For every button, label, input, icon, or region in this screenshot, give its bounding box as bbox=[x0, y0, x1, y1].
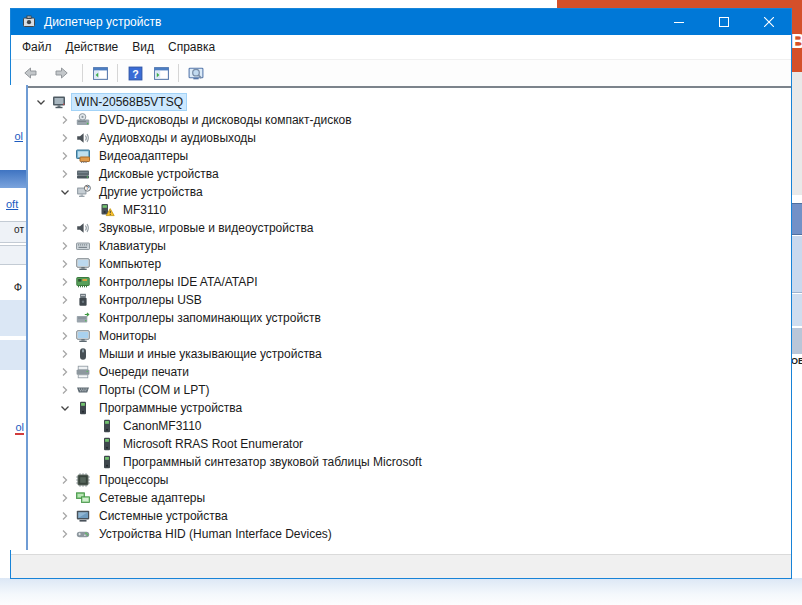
close-button[interactable] bbox=[746, 9, 791, 35]
chevron-expanded-icon[interactable] bbox=[57, 400, 73, 416]
device-manager-window: Диспетчер устройств Файл Действие Вид Сп… bbox=[10, 8, 792, 579]
processor-icon bbox=[75, 472, 91, 488]
tree-item[interactable]: Порты (COM и LPT) bbox=[11, 381, 791, 399]
tree-item-label: Процессоры bbox=[96, 472, 172, 488]
chevron-collapsed-icon[interactable] bbox=[57, 238, 73, 254]
device-tree-panel: WIN-20568B5VTSQDVD-дисководы и дисководы… bbox=[11, 86, 791, 554]
chevron-collapsed-icon[interactable] bbox=[57, 508, 73, 524]
chevron-collapsed-icon[interactable] bbox=[57, 364, 73, 380]
scan-hardware-changes-icon[interactable] bbox=[184, 62, 208, 84]
tree-item-label: Аудиовходы и аудиовыходы bbox=[96, 130, 259, 146]
warning-device-icon bbox=[99, 202, 115, 218]
tree-item-label: Дисковые устройства bbox=[96, 166, 222, 182]
maximize-button[interactable] bbox=[701, 9, 746, 35]
tree-item[interactable]: Контроллеры USB bbox=[11, 291, 791, 309]
audio-icon bbox=[75, 130, 91, 146]
tree-item[interactable]: Дисковые устройства bbox=[11, 165, 791, 183]
forward-icon[interactable] bbox=[47, 62, 77, 84]
tree-item[interactable]: Системные устройства bbox=[11, 507, 791, 525]
chevron-collapsed-icon[interactable] bbox=[57, 310, 73, 326]
menu-file[interactable]: Файл bbox=[15, 37, 59, 57]
tree-item-label: CanonMF3110 bbox=[120, 418, 205, 434]
status-bar bbox=[11, 554, 791, 578]
ports-icon bbox=[75, 382, 91, 398]
tree-item-label: Контроллеры USB bbox=[96, 292, 205, 308]
minimize-button[interactable] bbox=[656, 9, 701, 35]
tree-item[interactable]: Программный синтезатор звуковой таблицы … bbox=[11, 453, 791, 471]
tree-item[interactable]: Устройства HID (Human Interface Devices) bbox=[11, 525, 791, 543]
no-chevron bbox=[81, 454, 97, 470]
software-device-icon bbox=[99, 454, 115, 470]
menu-view[interactable]: Вид bbox=[125, 37, 161, 57]
menu-help[interactable]: Справка bbox=[161, 37, 222, 57]
keyboard-icon bbox=[75, 238, 91, 254]
back-icon[interactable] bbox=[15, 62, 45, 84]
computer-monitor-icon bbox=[75, 256, 91, 272]
tree-item[interactable]: Аудиовходы и аудиовыходы bbox=[11, 129, 791, 147]
tree-item-label: Программный синтезатор звуковой таблицы … bbox=[120, 454, 425, 470]
tree-item[interactable]: Сетевые адаптеры bbox=[11, 489, 791, 507]
tree-item[interactable]: ?Другие устройства bbox=[11, 183, 791, 201]
background-block bbox=[0, 170, 26, 188]
monitor-icon bbox=[75, 328, 91, 344]
chevron-collapsed-icon[interactable] bbox=[57, 292, 73, 308]
tree-item[interactable]: MF3110 bbox=[11, 201, 791, 219]
tree-item[interactable]: DVD-дисководы и дисководы компакт-дисков bbox=[11, 111, 791, 129]
tree-item-label: Компьютер bbox=[96, 256, 164, 272]
tree-item-label: Сетевые адаптеры bbox=[96, 490, 208, 506]
tree-item[interactable]: Контроллеры запоминающих устройств bbox=[11, 309, 791, 327]
chevron-collapsed-icon[interactable] bbox=[57, 130, 73, 146]
tree-item[interactable]: Мониторы bbox=[11, 327, 791, 345]
software-device-icon bbox=[75, 400, 91, 416]
unknown-device-icon: ? bbox=[75, 184, 91, 200]
tree-item[interactable]: Программные устройства bbox=[11, 399, 791, 417]
printer-icon bbox=[75, 364, 91, 380]
chevron-collapsed-icon[interactable] bbox=[57, 148, 73, 164]
chevron-collapsed-icon[interactable] bbox=[57, 526, 73, 542]
tree-item-label: Программные устройства bbox=[96, 400, 245, 416]
tree-item[interactable]: CanonMF3110 bbox=[11, 417, 791, 435]
chevron-collapsed-icon[interactable] bbox=[57, 220, 73, 236]
tree-item[interactable]: WIN-20568B5VTSQ bbox=[11, 93, 791, 111]
background-app-fragment-right-top: B bbox=[791, 0, 802, 72]
background-link-fragment: ol bbox=[14, 130, 23, 142]
tree-item[interactable]: Звуковые, игровые и видеоустройства bbox=[11, 219, 791, 237]
tree-item[interactable]: Видеоадаптеры bbox=[11, 147, 791, 165]
tree-item[interactable]: Мыши и иные указывающие устройства bbox=[11, 345, 791, 363]
device-tree: WIN-20568B5VTSQDVD-дисководы и дисководы… bbox=[11, 93, 791, 543]
title-bar[interactable]: Диспетчер устройств bbox=[11, 9, 791, 35]
background-text-fragment: ОВ bbox=[791, 356, 802, 366]
show-action-pane-icon[interactable] bbox=[149, 62, 173, 84]
chevron-collapsed-icon[interactable] bbox=[57, 346, 73, 362]
tree-item[interactable]: Процессоры bbox=[11, 471, 791, 489]
chevron-expanded-icon[interactable] bbox=[33, 94, 49, 110]
chevron-expanded-icon[interactable] bbox=[57, 184, 73, 200]
chevron-collapsed-icon[interactable] bbox=[57, 166, 73, 182]
tree-item[interactable]: Контроллеры IDE ATA/ATAPI bbox=[11, 273, 791, 291]
help-icon[interactable]: ? bbox=[123, 62, 147, 84]
tree-item[interactable]: Компьютер bbox=[11, 255, 791, 273]
menu-action[interactable]: Действие bbox=[59, 37, 126, 57]
tree-item-label: Видеоадаптеры bbox=[96, 148, 191, 164]
no-chevron bbox=[81, 418, 97, 434]
toolbar-separator bbox=[82, 64, 83, 82]
chevron-collapsed-icon[interactable] bbox=[57, 112, 73, 128]
background-text-fragment: Ф bbox=[14, 281, 22, 293]
chevron-collapsed-icon[interactable] bbox=[57, 490, 73, 506]
window-title: Диспетчер устройств bbox=[44, 15, 656, 29]
tree-item[interactable]: Очереди печати bbox=[11, 363, 791, 381]
chevron-collapsed-icon[interactable] bbox=[57, 328, 73, 344]
chevron-collapsed-icon[interactable] bbox=[57, 472, 73, 488]
tree-item-label: DVD-дисководы и дисководы компакт-дисков bbox=[96, 112, 355, 128]
chevron-collapsed-icon[interactable] bbox=[57, 256, 73, 272]
chevron-collapsed-icon[interactable] bbox=[57, 382, 73, 398]
svg-text:?: ? bbox=[132, 67, 138, 79]
chevron-collapsed-icon[interactable] bbox=[57, 274, 73, 290]
background-letter-fragment: B bbox=[791, 30, 802, 53]
ide-controller-icon bbox=[75, 274, 91, 290]
background-app-fragment-left: ol oft от Ф ol bbox=[0, 85, 28, 550]
display-adapter-icon bbox=[75, 148, 91, 164]
tree-item[interactable]: Microsoft RRAS Root Enumerator bbox=[11, 435, 791, 453]
show-console-tree-icon[interactable] bbox=[88, 62, 112, 84]
tree-item[interactable]: Клавиатуры bbox=[11, 237, 791, 255]
